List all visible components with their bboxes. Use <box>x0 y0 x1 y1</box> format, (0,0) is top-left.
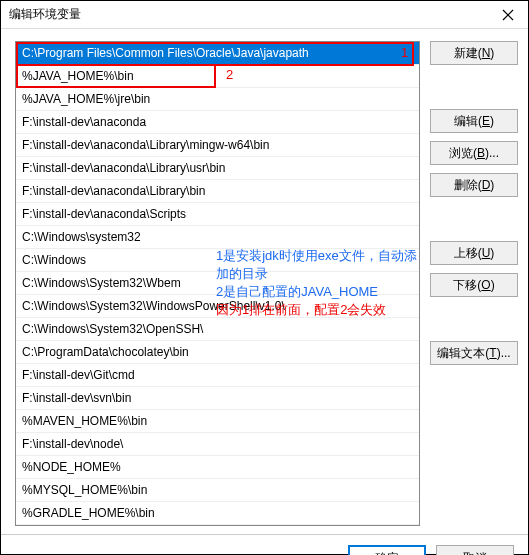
dialog: 编辑环境变量 C:\Program Files\Common Files\Ora… <box>0 0 529 555</box>
move-up-button[interactable]: 上移(U) <box>430 241 518 265</box>
list-item[interactable]: C:\Windows\system32 <box>16 226 419 249</box>
list-item[interactable]: C:\Windows\System32\WindowsPowerShell\v1… <box>16 295 419 318</box>
list-item[interactable]: C:\Windows\System32\Wbem <box>16 272 419 295</box>
titlebar: 编辑环境变量 <box>1 1 528 29</box>
list-item[interactable]: %JAVA_HOME%\bin <box>16 65 419 88</box>
path-list[interactable]: C:\Program Files\Common Files\Oracle\Jav… <box>16 42 419 525</box>
close-button[interactable] <box>488 1 528 29</box>
list-item[interactable]: C:\Windows\System32\OpenSSH\ <box>16 318 419 341</box>
list-item[interactable]: F:\install-dev\node\ <box>16 433 419 456</box>
list-item[interactable]: F:\install-dev\svn\bin <box>16 387 419 410</box>
ok-button[interactable]: 确定 <box>348 545 426 555</box>
delete-button[interactable]: 删除(D) <box>430 173 518 197</box>
list-item[interactable]: F:\install-dev\anaconda\Library\bin <box>16 180 419 203</box>
edit-button[interactable]: 编辑(E) <box>430 109 518 133</box>
list-item[interactable]: F:\install-dev\Git\cmd <box>16 364 419 387</box>
list-item[interactable]: F:\install-dev\anaconda\Scripts <box>16 203 419 226</box>
list-item[interactable]: F:\install-dev\anaconda <box>16 111 419 134</box>
close-icon <box>502 9 514 21</box>
button-column: 新建(N) 编辑(E) 浏览(B)... 删除(D) 上移(U) 下移(O) 编… <box>430 41 518 526</box>
list-item[interactable]: %NODE_HOME% <box>16 456 419 479</box>
move-down-button[interactable]: 下移(O) <box>430 273 518 297</box>
content-area: C:\Program Files\Common Files\Oracle\Jav… <box>1 29 528 534</box>
list-item[interactable]: %MAVEN_HOME%\bin <box>16 410 419 433</box>
dialog-title: 编辑环境变量 <box>9 6 81 23</box>
new-button[interactable]: 新建(N) <box>430 41 518 65</box>
footer: 确定 取消 <box>1 534 528 555</box>
list-item[interactable]: C:\ProgramData\chocolatey\bin <box>16 341 419 364</box>
list-item[interactable]: F:\install-dev\anaconda\Library\mingw-w6… <box>16 134 419 157</box>
list-item[interactable]: %MYSQL_HOME%\bin <box>16 479 419 502</box>
list-item[interactable]: F:\install-dev\anaconda\Library\usr\bin <box>16 157 419 180</box>
list-item[interactable]: %GRADLE_HOME%\bin <box>16 502 419 525</box>
browse-button[interactable]: 浏览(B)... <box>430 141 518 165</box>
cancel-button[interactable]: 取消 <box>436 545 514 555</box>
list-item[interactable]: %JAVA_HOME%\jre\bin <box>16 88 419 111</box>
list-item[interactable]: C:\Windows <box>16 249 419 272</box>
edit-text-button[interactable]: 编辑文本(T)... <box>430 341 518 365</box>
list-item[interactable]: C:\Program Files\Common Files\Oracle\Jav… <box>16 42 419 65</box>
path-list-container: C:\Program Files\Common Files\Oracle\Jav… <box>15 41 420 526</box>
